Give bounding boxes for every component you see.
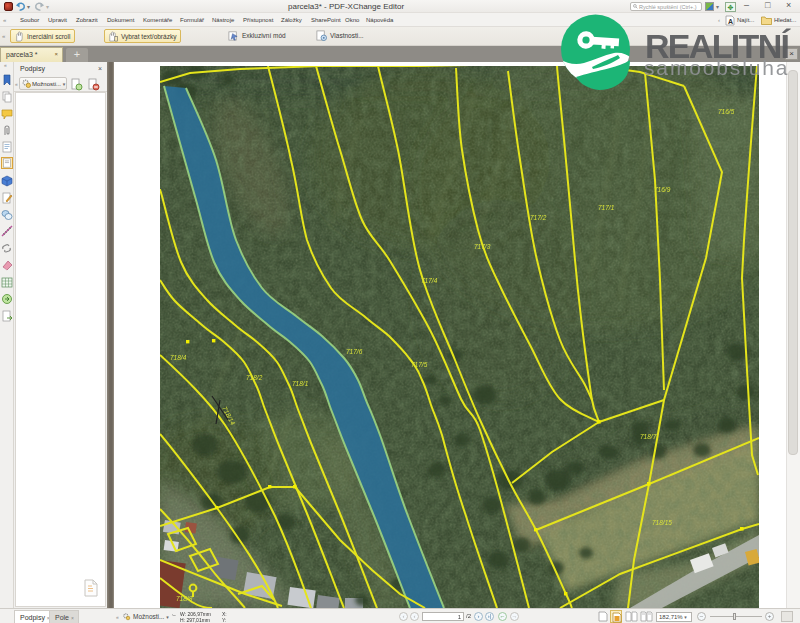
svg-text:718/15: 718/15	[652, 519, 672, 526]
svg-text:716/9: 716/9	[654, 186, 671, 193]
svg-text:717/5: 717/5	[411, 361, 428, 368]
svg-text:717/1: 717/1	[598, 204, 615, 211]
svg-text:718/1: 718/1	[292, 380, 309, 387]
svg-text:718/7: 718/7	[640, 433, 657, 440]
svg-text:717/3: 717/3	[474, 243, 491, 250]
svg-text:A: A	[728, 18, 733, 25]
svg-text:717/2: 717/2	[530, 214, 547, 221]
svg-text:717/4: 717/4	[421, 277, 438, 284]
svg-text:718/4: 718/4	[170, 354, 187, 361]
svg-text:718/2: 718/2	[246, 374, 263, 381]
svg-text:716/5: 716/5	[718, 108, 735, 115]
svg-text:717/6: 717/6	[346, 348, 363, 355]
svg-text:718/8: 718/8	[176, 595, 193, 602]
